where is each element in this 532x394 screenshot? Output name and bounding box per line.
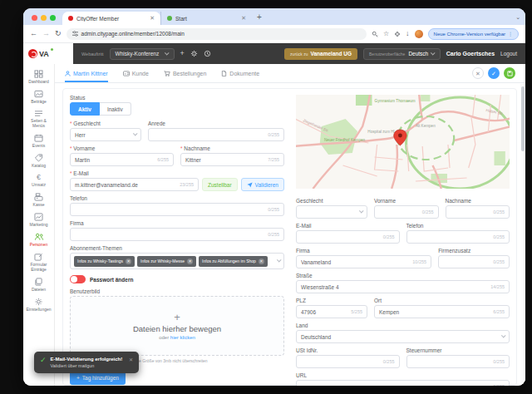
firmenzusatz-input[interactable]: 0/255 bbox=[438, 255, 510, 268]
status-aktiv-button[interactable]: Aktiv bbox=[70, 102, 100, 116]
sidebar-item-beitraege[interactable]: Beiträge bbox=[23, 87, 54, 106]
remove-tag-icon[interactable]: ✕ bbox=[187, 259, 193, 264]
logo-leaf-icon bbox=[51, 48, 53, 51]
tab-close-icon[interactable]: ✕ bbox=[241, 15, 246, 22]
close-window-button[interactable] bbox=[32, 15, 37, 21]
kebab-menu-icon[interactable]: ⋮ bbox=[508, 31, 513, 37]
email-input[interactable]: m.kittner@vanameland.de 23/255 bbox=[70, 178, 199, 191]
browser-tab-active[interactable]: CityOffer Member ✕ bbox=[62, 12, 160, 25]
geschlecht-select[interactable]: Herr bbox=[70, 128, 141, 141]
back-to-account-button[interactable]: zurück zu Vanameland UG bbox=[284, 48, 357, 60]
address-bar[interactable]: admin.citypage.online/member/12008/main bbox=[66, 28, 367, 40]
firma2-input[interactable]: Vanameland10/255 bbox=[296, 255, 431, 268]
sidebar-item-umsatz[interactable]: € Umsatz bbox=[23, 171, 54, 190]
telefon-label: Telefon bbox=[70, 195, 284, 201]
sidebar-item-label: Beiträge bbox=[31, 99, 47, 104]
validate-email-button[interactable]: Validieren bbox=[241, 178, 284, 191]
language-select[interactable]: Benutzeroberfläche Deutsch bbox=[363, 48, 441, 60]
sidebar-item-dashboard[interactable]: Dashboard bbox=[23, 67, 54, 86]
status-label: Status bbox=[70, 95, 284, 101]
forward-icon[interactable]: → bbox=[42, 30, 50, 37]
toast-close-icon[interactable]: ✕ bbox=[129, 357, 133, 368]
window-controls[interactable] bbox=[32, 15, 56, 21]
geschlecht2-select[interactable] bbox=[296, 205, 367, 219]
ust-input[interactable]: 0/255 bbox=[296, 355, 400, 368]
tab-search-chevron-icon[interactable]: ⌄ bbox=[515, 14, 520, 21]
abo-themen-select[interactable]: Infos zu Whisky-Tastings✕ Infos zur Whis… bbox=[70, 253, 284, 269]
firma-input[interactable]: 0/255 bbox=[70, 228, 284, 241]
logout-button[interactable]: Logout bbox=[500, 51, 517, 57]
strasse-input[interactable]: Wiesenstraße 414/255 bbox=[296, 280, 510, 293]
vorname-input[interactable]: Martin 6/255 bbox=[70, 153, 174, 166]
tab-kunde[interactable]: Kunde bbox=[123, 64, 149, 82]
plz-input[interactable]: 479065/255 bbox=[296, 305, 367, 318]
steuernummer-input[interactable]: 0/255 bbox=[406, 355, 510, 368]
land-select[interactable]: Deutschland bbox=[296, 330, 510, 343]
tab-title: CityOffer Member bbox=[76, 16, 146, 22]
history-clock-icon[interactable] bbox=[204, 50, 211, 57]
tab-dokumente[interactable]: Dokumente bbox=[221, 64, 259, 82]
sidebar-item-formular-eintraege[interactable]: Formular Einträge bbox=[23, 250, 54, 274]
new-tab-button[interactable]: + bbox=[257, 12, 262, 22]
anrede-input[interactable]: 0/255 bbox=[148, 128, 284, 141]
site-settings-icon[interactable] bbox=[72, 31, 78, 37]
passkey-icon[interactable] bbox=[372, 31, 378, 37]
nachname2-input[interactable]: 0/255 bbox=[446, 205, 510, 219]
url-input[interactable]: 0/255 bbox=[296, 380, 510, 386]
content-scrollbar[interactable] bbox=[520, 84, 525, 386]
sidebar-item-dateien[interactable]: Dateien bbox=[23, 275, 54, 294]
confirm-record-button[interactable]: ✓ bbox=[488, 67, 500, 79]
sidebar-item-katalog[interactable]: Katalog bbox=[23, 151, 54, 170]
browser-tab-start[interactable]: Start ✕ bbox=[160, 12, 252, 25]
scrollbar-thumb[interactable] bbox=[521, 86, 525, 151]
chrome-update-button[interactable]: Neue Chrome-Version verfügbar ⋮ bbox=[428, 28, 519, 40]
sidebar-item-einstellungen[interactable]: Einstellungen bbox=[23, 295, 54, 314]
status-inaktiv-button[interactable]: Inaktiv bbox=[100, 102, 131, 116]
file-dropzone[interactable]: + Dateien hierher bewegen oder hier klic… bbox=[70, 296, 284, 356]
tab-bestellungen[interactable]: Bestellungen bbox=[164, 64, 206, 82]
profile-avatar[interactable] bbox=[415, 30, 423, 38]
chevron-down-icon bbox=[431, 51, 436, 55]
sidebar-item-marketing[interactable]: Marketing bbox=[23, 210, 54, 229]
bookmark-star-icon[interactable]: ☆ bbox=[383, 31, 389, 37]
form-edit-icon bbox=[34, 253, 43, 261]
current-user-name[interactable]: Carlo Goertsches bbox=[446, 51, 495, 57]
sidebar-item-seiten-menues[interactable]: Seiten & Menüs bbox=[23, 107, 54, 131]
app-logo[interactable]: VA bbox=[23, 43, 73, 64]
sidebar-item-kasse[interactable]: Kasse bbox=[23, 190, 54, 209]
ort-input[interactable]: Kempen6/255 bbox=[374, 305, 510, 318]
sidebar-item-personen[interactable]: Personen bbox=[23, 230, 54, 249]
site-select[interactable]: Whisky-Konferenz bbox=[110, 48, 175, 60]
cancel-record-button[interactable]: ✕ bbox=[472, 67, 484, 79]
save-record-button[interactable] bbox=[504, 67, 515, 79]
map[interactable]: Gymnasium Thomaeum Alt Kempen Hospital z… bbox=[296, 95, 510, 189]
telefon2-input[interactable]: 0/255 bbox=[406, 230, 510, 244]
remove-tag-icon[interactable]: ✕ bbox=[126, 259, 131, 264]
dropzone-click-link[interactable]: hier klicken bbox=[170, 335, 195, 340]
minimize-window-button[interactable] bbox=[41, 15, 47, 21]
reload-icon[interactable]: ↻ bbox=[55, 30, 62, 37]
password-change-toggle[interactable] bbox=[70, 275, 86, 283]
back-icon[interactable]: ← bbox=[30, 30, 37, 37]
sidebar-item-label: Kasse bbox=[33, 202, 45, 207]
maximize-window-button[interactable] bbox=[50, 15, 56, 21]
add-site-icon[interactable]: + bbox=[180, 50, 185, 57]
nachname-input[interactable]: Kittner 7/255 bbox=[180, 153, 284, 166]
tab-close-icon[interactable]: ✕ bbox=[150, 15, 155, 22]
email2-input[interactable]: 0/255 bbox=[296, 230, 400, 244]
dropzone-subtitle: oder hier klicken bbox=[159, 335, 195, 340]
back-to-prefix: zurück zu bbox=[290, 52, 308, 57]
download-icon[interactable]: ↓ bbox=[406, 30, 410, 37]
telefon-input[interactable]: 0/255 bbox=[70, 203, 284, 216]
nachname2-label: Nachname bbox=[446, 198, 510, 204]
sidebar-item-label: Dashboard bbox=[28, 79, 48, 84]
tab-martin-kittner[interactable]: Martin Kittner bbox=[65, 64, 108, 82]
remove-tag-icon[interactable]: ✕ bbox=[259, 259, 264, 264]
people-icon bbox=[34, 233, 44, 241]
sidebar-item-events[interactable]: Events bbox=[23, 131, 54, 150]
extensions-icon[interactable] bbox=[394, 31, 401, 37]
vorname2-input[interactable]: 0/255 bbox=[374, 205, 439, 219]
gear-icon[interactable] bbox=[190, 50, 198, 57]
char-counter: 0/255 bbox=[422, 209, 434, 214]
calendar-icon bbox=[34, 134, 43, 142]
